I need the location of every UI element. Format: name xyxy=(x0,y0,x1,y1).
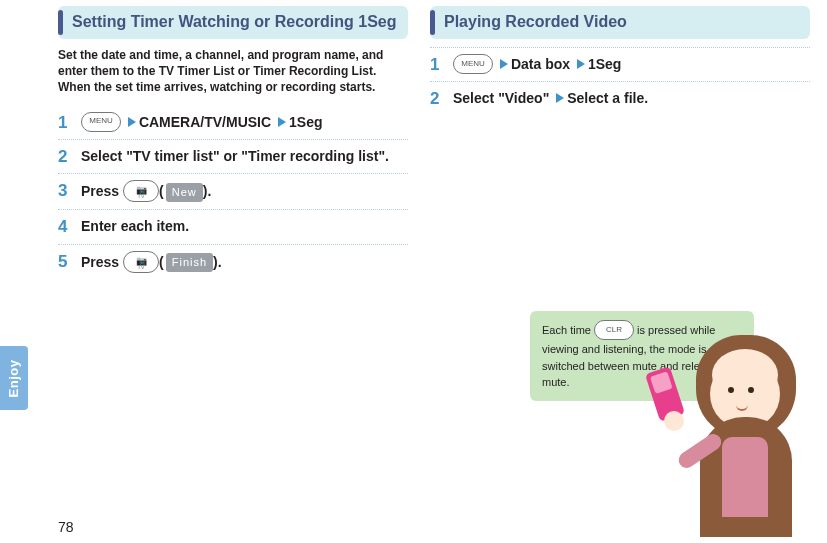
nav-arrow-icon xyxy=(128,117,136,127)
nav-path: 1Seg xyxy=(588,56,621,72)
step-suffix: . xyxy=(207,183,211,199)
steps-right: 1 Data box 1Seg 2 Select "Video" Select … xyxy=(430,47,810,116)
camera-key-icon xyxy=(123,251,159,273)
menu-key-icon xyxy=(453,54,493,74)
heading-text: Playing Recorded Video xyxy=(440,12,800,32)
step-body: Select "TV timer list" or "Timer recordi… xyxy=(81,147,408,166)
step-number: 2 xyxy=(430,89,448,109)
right-column: Playing Recorded Video 1 Data box 1Seg 2… xyxy=(430,6,810,537)
step-body: Data box 1Seg xyxy=(453,55,810,75)
nav-path: CAMERA/TV/MUSIC xyxy=(139,114,271,130)
camera-key-icon xyxy=(123,180,159,202)
intro-text: Set the date and time, a channel, and pr… xyxy=(58,47,408,96)
step-body: Press (New). xyxy=(81,181,408,203)
nav-arrow-icon xyxy=(500,59,508,69)
eye-shape xyxy=(728,387,734,393)
step-1: 1 Data box 1Seg xyxy=(430,47,810,81)
step-number: 2 xyxy=(58,147,76,167)
section-tab-label: Enjoy xyxy=(7,359,22,397)
step-number: 1 xyxy=(58,113,76,133)
step-2: 2 Select "Video" Select a file. xyxy=(430,81,810,115)
step-number: 1 xyxy=(430,55,448,75)
step-prefix: Press xyxy=(81,253,123,269)
step-2: 2 Select "TV timer list" or "Timer recor… xyxy=(58,139,408,173)
step-3: 3 Press (New). xyxy=(58,173,408,209)
clr-key-icon xyxy=(594,320,634,340)
nav-arrow-icon xyxy=(278,117,286,127)
step-body: Select "Video" Select a file. xyxy=(453,89,810,108)
menu-key-icon xyxy=(81,112,121,132)
step-suffix: . xyxy=(218,253,222,269)
softkey-label: New xyxy=(166,183,203,202)
step-body: Press (Finish). xyxy=(81,252,408,274)
step-number: 3 xyxy=(58,181,76,201)
eye-shape xyxy=(748,387,754,393)
nav-path: Data box xyxy=(511,56,570,72)
step-number: 4 xyxy=(58,217,76,237)
step-text: Select a file. xyxy=(567,90,648,106)
nav-arrow-icon xyxy=(577,59,585,69)
step-5: 5 Press (Finish). xyxy=(58,244,408,280)
manual-page: Enjoy 78 Setting Timer Watching or Recor… xyxy=(0,0,827,543)
hand-shape xyxy=(664,411,684,431)
left-column: Setting Timer Watching or Recording 1Seg… xyxy=(58,6,408,537)
heading-playing-recorded: Playing Recorded Video xyxy=(430,6,810,39)
step-1: 1 CAMERA/TV/MUSIC 1Seg xyxy=(58,106,408,139)
step-4: 4 Enter each item. xyxy=(58,209,408,243)
step-body: Enter each item. xyxy=(81,217,408,236)
step-prefix: Press xyxy=(81,183,123,199)
step-text: Select "Video" xyxy=(453,90,549,106)
character-illustration xyxy=(646,307,816,537)
steps-left: 1 CAMERA/TV/MUSIC 1Seg 2 Select "TV time… xyxy=(58,106,408,280)
tip-text: Each time xyxy=(542,324,594,336)
heading-setting-timer: Setting Timer Watching or Recording 1Seg xyxy=(58,6,408,39)
nav-path: 1Seg xyxy=(289,114,322,130)
section-tab-enjoy: Enjoy xyxy=(0,346,28,410)
step-number: 5 xyxy=(58,252,76,272)
step-body: CAMERA/TV/MUSIC 1Seg xyxy=(81,113,408,133)
nav-arrow-icon xyxy=(556,93,564,103)
heading-text: Setting Timer Watching or Recording 1Seg xyxy=(68,12,398,32)
softkey-label: Finish xyxy=(166,253,213,272)
